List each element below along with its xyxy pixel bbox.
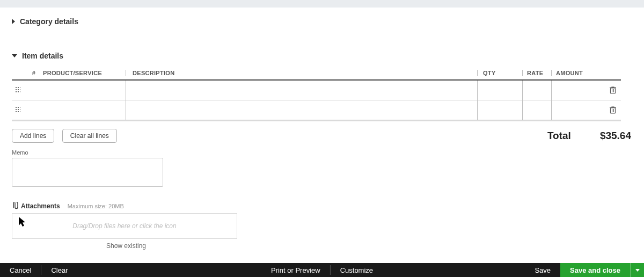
attachments-label-group[interactable]: Attachments (12, 202, 60, 210)
col-header-qty: QTY (477, 70, 522, 76)
attachments-dropzone-hint: Drag/Drop files here or click the icon (72, 222, 176, 230)
total-amount: $35.64 (600, 130, 631, 142)
paperclip-icon (12, 202, 19, 210)
attachments-max-size: Maximum size: 20MB (68, 203, 124, 209)
bottom-action-bar: Cancel Clear Print or Preview Customize … (0, 263, 644, 277)
save-and-close-button[interactable]: Save and close (560, 263, 630, 277)
attachments-dropzone[interactable]: Drag/Drop files here or click the icon (12, 213, 237, 239)
col-header-description: DESCRIPTION (126, 70, 477, 76)
top-strip (0, 0, 644, 8)
table-row[interactable] (12, 100, 621, 120)
table-row[interactable] (12, 81, 621, 100)
caret-right-icon (12, 19, 15, 24)
total-label: Total (547, 130, 571, 142)
save-and-close-group: Save and close (560, 263, 644, 277)
table-bottom-divider (12, 120, 621, 121)
col-header-number: # (28, 70, 40, 76)
main-content: Category details Item details # PRODUCT/… (0, 8, 644, 250)
category-details-label: Category details (20, 17, 78, 26)
item-details-table: # PRODUCT/SERVICE DESCRIPTION QTY RATE A… (12, 70, 621, 121)
item-details-toggle[interactable]: Item details (12, 52, 632, 60)
svg-rect-0 (611, 88, 616, 93)
category-details-toggle[interactable]: Category details (12, 17, 632, 26)
attachments-label: Attachments (21, 202, 60, 210)
col-header-rate: RATE (522, 70, 551, 76)
save-button[interactable]: Save (525, 263, 560, 277)
drag-handle-icon[interactable] (15, 106, 20, 113)
clear-button[interactable]: Clear (41, 263, 77, 277)
cursor-arrow-icon (18, 216, 27, 228)
cancel-button[interactable]: Cancel (0, 263, 41, 277)
chevron-down-icon (635, 269, 640, 272)
caret-down-icon (12, 54, 17, 57)
table-header-row: # PRODUCT/SERVICE DESCRIPTION QTY RATE A… (12, 70, 621, 81)
svg-rect-1 (611, 108, 616, 113)
memo-textarea[interactable] (12, 158, 163, 187)
memo-label: Memo (12, 149, 632, 156)
add-lines-button[interactable]: Add lines (12, 129, 54, 143)
col-header-amount: AMOUNT (551, 70, 605, 76)
item-details-label: Item details (22, 52, 63, 60)
clear-all-lines-button[interactable]: Clear all lines (62, 129, 117, 143)
drag-handle-icon[interactable] (15, 86, 20, 93)
save-and-close-dropdown[interactable] (630, 263, 644, 277)
delete-row-icon[interactable] (610, 106, 616, 114)
show-existing-link[interactable]: Show existing (106, 242, 632, 250)
col-header-product: PRODUCT/SERVICE (40, 70, 126, 76)
print-preview-button[interactable]: Print or Preview (261, 263, 330, 277)
delete-row-icon[interactable] (610, 86, 616, 94)
customize-button[interactable]: Customize (331, 263, 383, 277)
